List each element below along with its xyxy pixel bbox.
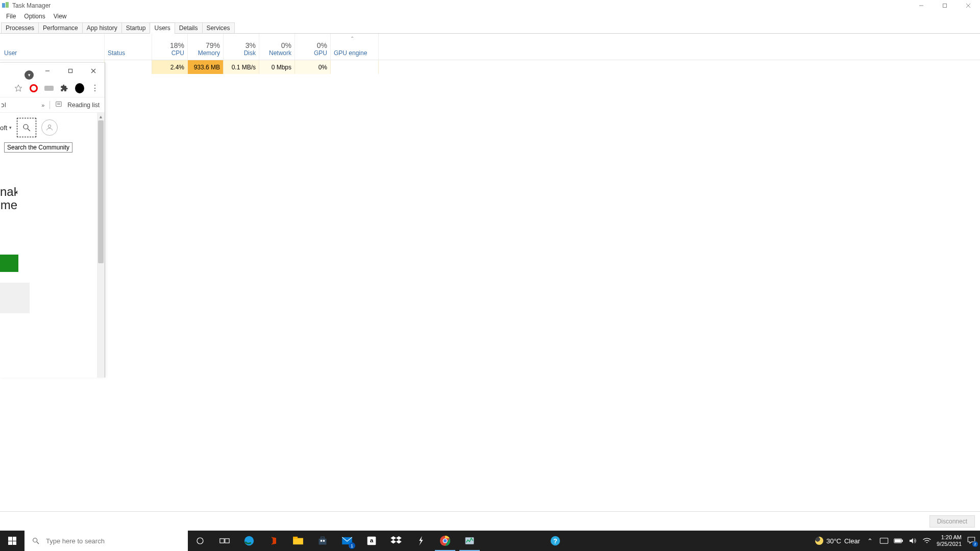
notification-badge: 2 <box>972 541 978 547</box>
chrome-icon[interactable] <box>433 531 457 551</box>
header-mem-label: Memory <box>198 49 220 57</box>
opera-icon[interactable] <box>29 84 38 93</box>
reading-list-icon <box>55 101 62 109</box>
mail-icon[interactable]: 1 <box>335 531 359 551</box>
tab-processes[interactable]: Processes <box>1 22 39 34</box>
weather-cond: Clear <box>844 537 860 545</box>
browser-close-button[interactable] <box>82 63 105 79</box>
scrollbar[interactable]: ▲ <box>97 113 105 378</box>
browser-viewport: oft▾ Search the Community nake me ▲ <box>0 113 105 378</box>
tab-details[interactable]: Details <box>175 22 203 34</box>
taskbar-search[interactable]: Type here to search <box>24 531 188 551</box>
edge-icon[interactable] <box>237 531 261 551</box>
header-disk-pct: 3% <box>246 41 256 49</box>
browser-maximize-button[interactable] <box>59 63 82 79</box>
keyboard-icon[interactable] <box>879 536 889 545</box>
svg-rect-24 <box>319 539 327 545</box>
menu-options[interactable]: Options <box>20 12 49 21</box>
volume-icon[interactable] <box>908 536 917 545</box>
svg-marker-21 <box>271 537 276 545</box>
header-mem-pct: 79% <box>206 41 220 49</box>
header-memory[interactable]: 79% Memory <box>188 34 224 60</box>
clock[interactable]: 1:20 AM 9/25/2021 <box>937 534 962 547</box>
bookmark-star-icon[interactable] <box>14 84 23 93</box>
menu-file[interactable]: File <box>2 12 20 21</box>
profile-button[interactable] <box>41 119 58 136</box>
svg-marker-8 <box>15 85 21 91</box>
svg-text:a: a <box>370 537 374 543</box>
bookmarks-bar: ɔl » Reading list <box>0 97 105 113</box>
tab-app-history[interactable]: App history <box>82 22 122 34</box>
reading-list-label[interactable]: Reading list <box>67 102 100 109</box>
browser-menu-icon[interactable]: ⋮ <box>90 84 100 93</box>
battery-icon[interactable] <box>894 536 903 545</box>
mail-badge: 1 <box>349 542 355 549</box>
microsoft-store-icon[interactable] <box>310 531 335 551</box>
svg-rect-26 <box>321 540 322 541</box>
svg-marker-31 <box>390 536 396 540</box>
tab-users[interactable]: Users <box>150 22 175 34</box>
wifi-icon[interactable] <box>922 536 932 545</box>
svg-rect-19 <box>225 539 229 543</box>
header-user[interactable]: User <box>0 34 105 60</box>
close-button[interactable] <box>957 0 980 11</box>
clock-time: 1:20 AM <box>937 534 962 541</box>
browser-minimize-button[interactable] <box>36 63 59 79</box>
header-status[interactable]: Status <box>105 34 152 60</box>
header-gpu[interactable]: 0% GPU <box>295 34 331 60</box>
svg-marker-33 <box>390 540 396 543</box>
titlebar[interactable]: Task Manager <box>0 0 980 11</box>
task-view-icon[interactable] <box>212 531 237 551</box>
action-center-icon[interactable]: 2 <box>967 536 977 546</box>
cortana-icon[interactable] <box>188 531 212 551</box>
svg-line-13 <box>28 129 31 131</box>
dropbox-icon[interactable] <box>384 531 408 551</box>
header-net-label: Network <box>269 49 291 57</box>
chevron-up-icon: ⌃ <box>350 36 354 41</box>
tab-dropdown-icon[interactable] <box>24 70 34 80</box>
window-controls <box>910 0 980 11</box>
weather-widget[interactable]: 30°C Clear <box>815 537 860 545</box>
table-row[interactable]: 2.4% 933.6 MB 0.1 MB/s 0 Mbps 0% <box>0 60 980 74</box>
amazon-icon[interactable]: a <box>359 531 384 551</box>
disconnect-button[interactable]: Disconnect <box>929 515 975 528</box>
svg-rect-1 <box>943 4 947 8</box>
app-icon-s[interactable] <box>408 531 433 551</box>
scroll-thumb[interactable] <box>98 120 104 263</box>
ask-button-fragment[interactable] <box>0 255 18 272</box>
nav-dropdown[interactable]: oft▾ <box>0 124 12 132</box>
weather-temp: 30°C <box>826 537 841 545</box>
maximize-button[interactable] <box>933 0 957 11</box>
browser-toolbar: ⋮ <box>0 79 105 97</box>
header-cpu[interactable]: 18% CPU <box>152 34 188 60</box>
tab-services[interactable]: Services <box>202 22 235 34</box>
extension-icon-1[interactable] <box>44 84 54 93</box>
office-icon[interactable] <box>261 531 286 551</box>
scroll-up-icon[interactable]: ▲ <box>97 113 105 120</box>
cell-gpu: 0% <box>295 60 331 74</box>
file-explorer-icon[interactable] <box>286 531 310 551</box>
minimize-button[interactable] <box>910 0 933 11</box>
header-gpu-engine[interactable]: ⌃ GPU engine <box>331 34 379 60</box>
header-disk[interactable]: 3% Disk <box>224 34 259 60</box>
get-help-icon[interactable]: ? <box>543 531 568 551</box>
column-headers: User Status 18% CPU 79% Memory 3% Disk 0… <box>0 34 980 60</box>
task-manager-window: Task Manager File Options View Processes… <box>0 0 980 531</box>
header-network[interactable]: 0% Network <box>259 34 295 60</box>
cell-status <box>105 60 152 74</box>
svg-marker-45 <box>910 538 913 544</box>
task-manager-taskbar-icon[interactable] <box>457 531 482 551</box>
svg-point-17 <box>197 538 203 544</box>
browser-titlebar[interactable] <box>0 63 105 79</box>
cell-disk: 0.1 MB/s <box>224 60 259 74</box>
tab-startup[interactable]: Startup <box>121 22 151 34</box>
profile-avatar[interactable] <box>75 84 84 93</box>
extensions-puzzle-icon[interactable] <box>60 84 69 93</box>
search-community-button[interactable] <box>17 118 36 137</box>
users-table-body: 2.4% 933.6 MB 0.1 MB/s 0 Mbps 0% <box>0 60 980 511</box>
bookmarks-overflow-icon[interactable]: » <box>41 102 44 108</box>
tray-overflow-icon[interactable]: ⌃ <box>865 536 874 545</box>
menu-view[interactable]: View <box>50 12 71 21</box>
tab-performance[interactable]: Performance <box>38 22 83 34</box>
start-button[interactable] <box>0 531 24 551</box>
